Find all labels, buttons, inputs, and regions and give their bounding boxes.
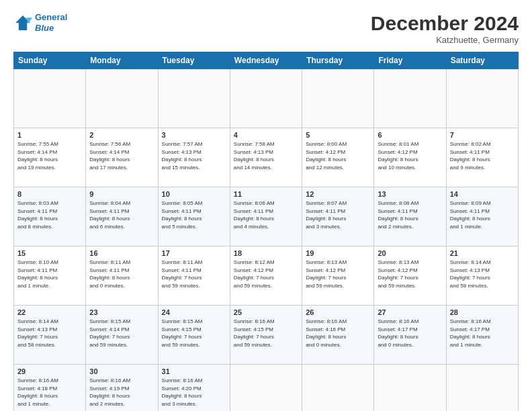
table-row — [374, 365, 446, 412]
header-sunday: Sunday — [14, 52, 86, 69]
table-row: 1Sunrise: 7:55 AM Sunset: 4:14 PM Daylig… — [14, 128, 86, 187]
day-info: Sunrise: 8:10 AM Sunset: 4:11 PM Dayligh… — [17, 259, 82, 289]
day-number: 15 — [17, 249, 82, 257]
table-row: 11Sunrise: 8:06 AM Sunset: 4:11 PM Dayli… — [230, 187, 302, 246]
day-number: 11 — [234, 190, 298, 198]
day-number: 29 — [17, 367, 82, 375]
day-info: Sunrise: 8:05 AM Sunset: 4:11 PM Dayligh… — [162, 199, 226, 230]
day-info: Sunrise: 8:16 AM Sunset: 4:16 PM Dayligh… — [306, 318, 370, 349]
table-row: 29Sunrise: 8:16 AM Sunset: 4:18 PM Dayli… — [14, 365, 86, 412]
day-info: Sunrise: 8:16 AM Sunset: 4:15 PM Dayligh… — [234, 318, 298, 349]
logo-general: General — [35, 12, 67, 22]
calendar-week-row: 15Sunrise: 8:10 AM Sunset: 4:11 PM Dayli… — [14, 246, 519, 306]
calendar-week-row: 1Sunrise: 7:55 AM Sunset: 4:14 PM Daylig… — [14, 128, 519, 187]
day-info: Sunrise: 8:15 AM Sunset: 4:15 PM Dayligh… — [162, 318, 226, 349]
day-number: 26 — [306, 308, 370, 316]
table-row — [302, 365, 374, 412]
day-info: Sunrise: 8:01 AM Sunset: 4:12 PM Dayligh… — [378, 140, 442, 171]
calendar-table: Sunday Monday Tuesday Wednesday Thursday… — [13, 52, 519, 411]
day-info: Sunrise: 8:16 AM Sunset: 4:17 PM Dayligh… — [378, 318, 442, 349]
logo-icon — [13, 13, 32, 32]
day-number: 21 — [450, 249, 515, 257]
calendar-week-row — [14, 69, 519, 128]
table-row: 14Sunrise: 8:09 AM Sunset: 4:11 PM Dayli… — [446, 187, 518, 246]
day-info: Sunrise: 8:16 AM Sunset: 4:17 PM Dayligh… — [450, 318, 515, 349]
day-info: Sunrise: 7:58 AM Sunset: 4:13 PM Dayligh… — [234, 140, 298, 171]
table-row — [86, 69, 158, 128]
page: General Blue December 2024 Katzhuette, G… — [0, 0, 532, 411]
table-row — [302, 69, 374, 128]
header-saturday: Saturday — [446, 52, 518, 69]
header-tuesday: Tuesday — [158, 52, 230, 69]
table-row: 21Sunrise: 8:14 AM Sunset: 4:13 PM Dayli… — [446, 246, 518, 306]
table-row: 9Sunrise: 8:04 AM Sunset: 4:11 PM Daylig… — [86, 187, 158, 246]
table-row: 10Sunrise: 8:05 AM Sunset: 4:11 PM Dayli… — [158, 187, 230, 246]
header-monday: Monday — [86, 52, 158, 69]
table-row — [446, 69, 518, 128]
day-info: Sunrise: 8:12 AM Sunset: 4:12 PM Dayligh… — [234, 259, 298, 289]
table-row: 3Sunrise: 7:57 AM Sunset: 4:13 PM Daylig… — [158, 128, 230, 187]
location: Katzhuette, Germany — [371, 35, 519, 45]
table-row — [14, 69, 86, 128]
day-number: 22 — [17, 308, 82, 316]
day-number: 13 — [378, 190, 442, 198]
table-row: 27Sunrise: 8:16 AM Sunset: 4:17 PM Dayli… — [374, 306, 446, 365]
day-info: Sunrise: 7:56 AM Sunset: 4:14 PM Dayligh… — [89, 140, 154, 171]
logo-blue: Blue — [35, 23, 54, 33]
table-row: 26Sunrise: 8:16 AM Sunset: 4:16 PM Dayli… — [302, 306, 374, 365]
day-info: Sunrise: 8:07 AM Sunset: 4:11 PM Dayligh… — [306, 199, 370, 230]
day-info: Sunrise: 8:08 AM Sunset: 4:11 PM Dayligh… — [378, 199, 442, 230]
table-row: 31Sunrise: 8:16 AM Sunset: 4:20 PM Dayli… — [158, 365, 230, 412]
day-number: 25 — [234, 308, 298, 316]
day-number: 10 — [162, 190, 226, 198]
day-number: 30 — [89, 367, 154, 375]
header-thursday: Thursday — [302, 52, 374, 69]
header-wednesday: Wednesday — [230, 52, 302, 69]
day-info: Sunrise: 7:57 AM Sunset: 4:13 PM Dayligh… — [162, 140, 226, 171]
day-info: Sunrise: 8:11 AM Sunset: 4:11 PM Dayligh… — [162, 259, 226, 289]
calendar-week-row: 8Sunrise: 8:03 AM Sunset: 4:11 PM Daylig… — [14, 187, 519, 246]
table-row: 18Sunrise: 8:12 AM Sunset: 4:12 PM Dayli… — [230, 246, 302, 306]
day-number: 14 — [450, 190, 515, 198]
day-number: 20 — [378, 249, 442, 257]
table-row: 13Sunrise: 8:08 AM Sunset: 4:11 PM Dayli… — [374, 187, 446, 246]
table-row: 15Sunrise: 8:10 AM Sunset: 4:11 PM Dayli… — [14, 246, 86, 306]
day-number: 4 — [234, 131, 298, 139]
header: General Blue December 2024 Katzhuette, G… — [13, 12, 519, 45]
table-row: 5Sunrise: 8:00 AM Sunset: 4:12 PM Daylig… — [302, 128, 374, 187]
table-row: 16Sunrise: 8:11 AM Sunset: 4:11 PM Dayli… — [86, 246, 158, 306]
day-number: 27 — [378, 308, 442, 316]
table-row: 23Sunrise: 8:15 AM Sunset: 4:14 PM Dayli… — [86, 306, 158, 365]
day-info: Sunrise: 8:16 AM Sunset: 4:20 PM Dayligh… — [162, 377, 226, 408]
day-number: 19 — [306, 249, 370, 257]
table-row: 7Sunrise: 8:02 AM Sunset: 4:11 PM Daylig… — [446, 128, 518, 187]
day-info: Sunrise: 8:13 AM Sunset: 4:12 PM Dayligh… — [306, 259, 370, 289]
table-row: 22Sunrise: 8:14 AM Sunset: 4:13 PM Dayli… — [14, 306, 86, 365]
logo-text: General Blue — [35, 12, 67, 33]
day-number: 9 — [89, 190, 154, 198]
table-row: 25Sunrise: 8:16 AM Sunset: 4:15 PM Dayli… — [230, 306, 302, 365]
day-number: 7 — [450, 131, 515, 139]
table-row: 24Sunrise: 8:15 AM Sunset: 4:15 PM Dayli… — [158, 306, 230, 365]
day-number: 16 — [89, 249, 154, 257]
day-info: Sunrise: 8:14 AM Sunset: 4:13 PM Dayligh… — [17, 318, 82, 349]
table-row — [446, 365, 518, 412]
day-info: Sunrise: 8:13 AM Sunset: 4:12 PM Dayligh… — [378, 259, 442, 289]
day-number: 23 — [89, 308, 154, 316]
day-info: Sunrise: 8:06 AM Sunset: 4:11 PM Dayligh… — [234, 199, 298, 230]
calendar-week-row: 22Sunrise: 8:14 AM Sunset: 4:13 PM Dayli… — [14, 306, 519, 365]
table-row: 17Sunrise: 8:11 AM Sunset: 4:11 PM Dayli… — [158, 246, 230, 306]
day-info: Sunrise: 8:16 AM Sunset: 4:18 PM Dayligh… — [17, 377, 82, 408]
day-info: Sunrise: 8:11 AM Sunset: 4:11 PM Dayligh… — [89, 259, 154, 289]
table-row: 28Sunrise: 8:16 AM Sunset: 4:17 PM Dayli… — [446, 306, 518, 365]
month-title: December 2024 — [371, 12, 519, 35]
table-row — [230, 365, 302, 412]
day-number: 6 — [378, 131, 442, 139]
day-info: Sunrise: 8:03 AM Sunset: 4:11 PM Dayligh… — [17, 199, 82, 230]
table-row — [230, 69, 302, 128]
table-row: 6Sunrise: 8:01 AM Sunset: 4:12 PM Daylig… — [374, 128, 446, 187]
day-info: Sunrise: 8:00 AM Sunset: 4:12 PM Dayligh… — [306, 140, 370, 171]
title-block: December 2024 Katzhuette, Germany — [371, 12, 519, 45]
day-number: 1 — [17, 131, 82, 139]
table-row: 30Sunrise: 8:16 AM Sunset: 4:19 PM Dayli… — [86, 365, 158, 412]
